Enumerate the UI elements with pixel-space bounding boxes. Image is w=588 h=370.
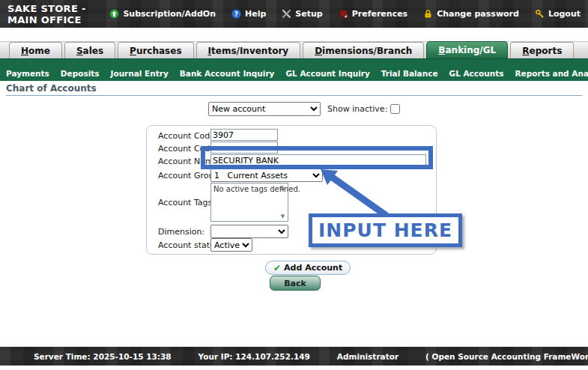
topbar-item-label: Subscription/AddOn — [123, 9, 216, 19]
dimension-select[interactable] — [210, 225, 288, 238]
tab-purchases[interactable]: Purchases — [118, 42, 193, 58]
topbar-item-label: Logout — [548, 9, 581, 19]
topbar: SAKE STORE - MAIN OFFICE Subscription/Ad… — [0, 0, 588, 28]
show-inactive-label: Show inactive: — [327, 104, 387, 114]
key-icon — [535, 9, 545, 19]
tab-home[interactable]: Home — [9, 42, 62, 58]
dimension-label: Dimension: — [158, 227, 204, 237]
tab-banking-gl[interactable]: Banking/GL — [426, 41, 508, 58]
setup-tools-icon — [282, 9, 291, 19]
server-time: Server Time: 2025-10-15 13:38 — [34, 352, 172, 361]
add-account-label: Add Account — [284, 263, 342, 273]
add-account-button[interactable]: ✔ Add Account — [265, 261, 351, 275]
submenu-journal-entry[interactable]: Journal Entry — [111, 69, 169, 78]
back-button[interactable]: Back — [270, 276, 321, 291]
listbox-scrollbar[interactable]: ▲ ▼ — [279, 184, 287, 220]
submenu-payments[interactable]: Payments — [6, 69, 49, 78]
submenu-trial-balance[interactable]: Trial Balance — [381, 69, 438, 78]
help-icon: ? — [231, 9, 241, 19]
preferences-button[interactable]: Preferences — [339, 9, 407, 19]
back-label: Back — [284, 279, 306, 288]
account-code-label: Account Code: — [158, 131, 218, 141]
topbar-item-label: Preferences — [352, 9, 407, 19]
footer-bar: Server Time: 2025-10-15 13:38 Your IP: 1… — [0, 347, 588, 366]
submenu-gl-accounts[interactable]: GL Accounts — [449, 69, 504, 78]
tab-reports[interactable]: Reports — [510, 42, 574, 58]
tab-sales[interactable]: Sales — [64, 42, 115, 58]
help-button[interactable]: ? Help — [231, 9, 266, 19]
topbar-item-label: Change password — [437, 9, 519, 19]
setup-button[interactable]: Setup — [282, 9, 322, 19]
account-action-select[interactable]: New account — [208, 102, 321, 116]
account-name-input[interactable] — [210, 154, 426, 166]
account-tags-listbox[interactable]: No active tags defined. ▲ ▼ — [210, 183, 288, 222]
current-user: Administrator — [337, 352, 398, 361]
svg-text:?: ? — [234, 10, 238, 18]
logout-button[interactable]: Logout — [535, 9, 581, 19]
tab-dimensions-branch[interactable]: Dimensions/Branch — [303, 42, 424, 58]
scroll-down-icon[interactable]: ▼ — [279, 213, 287, 219]
submenu-deposits[interactable]: Deposits — [61, 69, 100, 78]
account-tags-empty-text: No active tags defined. — [213, 185, 300, 193]
header-divider — [6, 95, 582, 96]
company-title: SAKE STORE - MAIN OFFICE — [0, 3, 109, 25]
subscription-addon-button[interactable]: Subscription/AddOn — [109, 9, 216, 19]
submenu-gl-account-inquiry[interactable]: GL Account Inquiry — [285, 69, 369, 78]
scroll-up-icon[interactable]: ▲ — [279, 185, 287, 191]
account-code2-input[interactable] — [210, 142, 278, 154]
account-toolbar: New account Show inactive: — [208, 102, 400, 116]
topbar-menu: Subscription/AddOn ? Help Setup Preferen… — [109, 9, 588, 19]
topbar-item-label: Setup — [295, 9, 322, 19]
app-window: SAKE STORE - MAIN OFFICE Subscription/Ad… — [0, 0, 588, 370]
input-here-callout: INPUT HERE — [309, 213, 462, 247]
framework-brand: ( Open Source Accounting FrameWork ) For… — [425, 352, 588, 361]
main-tab-strip: Home Sales Purchases Items/Inventory Dim… — [0, 41, 588, 58]
submenu-reports-and-analysis[interactable]: Reports and Analysis — [515, 69, 588, 78]
lock-icon — [423, 9, 433, 19]
account-tags-label: Account Tags: — [158, 198, 215, 207]
tab-items-inventory[interactable]: Items/Inventory — [196, 42, 301, 58]
change-password-button[interactable]: Change password — [423, 9, 519, 19]
show-inactive-checkbox[interactable] — [390, 104, 400, 114]
submenu-bank-account-inquiry[interactable]: Bank Account Inquiry — [180, 69, 275, 78]
submenu-bar: Payments Deposits Journal Entry Bank Acc… — [0, 58, 588, 81]
input-here-label: INPUT HERE — [318, 219, 452, 241]
account-status-select[interactable]: Active — [210, 238, 252, 252]
account-group-select[interactable]: 1 Current Assets — [210, 169, 323, 182]
user-ip: Your IP: 124.107.252.149 — [198, 352, 310, 361]
subscription-icon — [109, 9, 119, 19]
preferences-icon — [339, 9, 348, 19]
page-title: Chart of Accounts — [6, 83, 97, 94]
check-icon: ✔ — [273, 264, 281, 273]
topbar-item-label: Help — [245, 9, 266, 19]
account-code-input[interactable] — [210, 129, 278, 141]
